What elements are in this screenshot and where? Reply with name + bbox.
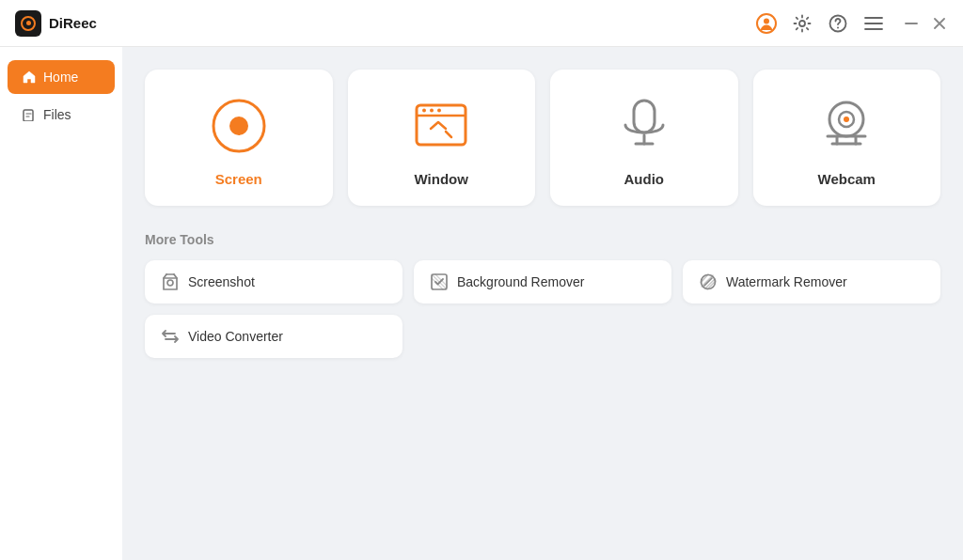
files-icon — [23, 108, 36, 121]
window-card-label: Window — [415, 171, 468, 187]
screen-card[interactable]: Screen — [145, 70, 333, 206]
sidebar-item-home[interactable]: Home — [8, 60, 115, 94]
menu-icon[interactable] — [863, 13, 884, 34]
svg-point-11 — [437, 109, 441, 113]
screenshot-icon — [162, 273, 179, 290]
background-remover-icon — [431, 273, 448, 290]
screenshot-tool-label: Screenshot — [188, 274, 255, 289]
svg-point-10 — [430, 109, 434, 113]
video-converter-icon — [162, 328, 179, 345]
titlebar: DiReec — [0, 0, 963, 47]
titlebar-left: DiReec — [15, 10, 97, 37]
webcam-card-icon — [816, 96, 876, 156]
audio-card-label: Audio — [624, 171, 665, 187]
svg-point-1 — [764, 18, 769, 23]
home-icon — [23, 70, 36, 84]
background-remover-tool-label: Background Remover — [457, 274, 584, 289]
sidebar-item-home-label: Home — [43, 70, 78, 85]
webcam-card-label: Webcam — [818, 171, 876, 187]
webcam-card[interactable]: Webcam — [753, 70, 941, 206]
minimize-button[interactable] — [903, 15, 920, 32]
window-card-icon — [411, 96, 471, 156]
svg-rect-5 — [24, 110, 33, 121]
logo-ring — [21, 16, 36, 31]
screenshot-tool[interactable]: Screenshot — [145, 260, 403, 303]
app-logo — [15, 10, 41, 37]
help-icon[interactable] — [828, 13, 848, 34]
titlebar-right — [756, 13, 948, 34]
logo-dot — [26, 21, 31, 25]
tools-grid: Screenshot Background Remover — [145, 260, 940, 358]
video-converter-tool[interactable]: Video Converter — [145, 315, 403, 358]
svg-point-4 — [837, 26, 839, 28]
settings-icon[interactable] — [792, 13, 813, 34]
content-area: Screen Window — [122, 47, 963, 560]
more-tools-section: More Tools Screenshot — [145, 232, 940, 358]
recording-cards: Screen Window — [145, 70, 940, 206]
window-controls — [903, 15, 948, 32]
sidebar-item-files[interactable]: Files — [8, 98, 115, 132]
window-card[interactable]: Window — [348, 70, 536, 206]
profile-icon[interactable] — [756, 13, 777, 34]
audio-card-icon — [614, 96, 674, 156]
svg-point-9 — [422, 109, 426, 113]
svg-point-2 — [799, 21, 805, 26]
screen-card-icon — [209, 96, 269, 156]
sidebar-item-files-label: Files — [43, 107, 71, 122]
svg-point-7 — [229, 117, 248, 135]
watermark-remover-icon — [700, 273, 717, 290]
audio-card[interactable]: Audio — [550, 70, 738, 206]
svg-point-15 — [844, 117, 849, 122]
watermark-remover-tool[interactable]: Watermark Remover — [683, 260, 940, 303]
screen-card-label: Screen — [215, 171, 262, 187]
svg-point-16 — [167, 280, 173, 286]
app-name: DiReec — [49, 15, 97, 31]
video-converter-tool-label: Video Converter — [188, 329, 283, 344]
watermark-remover-tool-label: Watermark Remover — [726, 274, 847, 289]
svg-rect-12 — [634, 101, 655, 132]
more-tools-title: More Tools — [145, 232, 940, 247]
sidebar: Home Files — [0, 47, 122, 560]
close-button[interactable] — [931, 15, 948, 32]
main-layout: Home Files Scre — [0, 47, 963, 560]
background-remover-tool[interactable]: Background Remover — [414, 260, 671, 303]
